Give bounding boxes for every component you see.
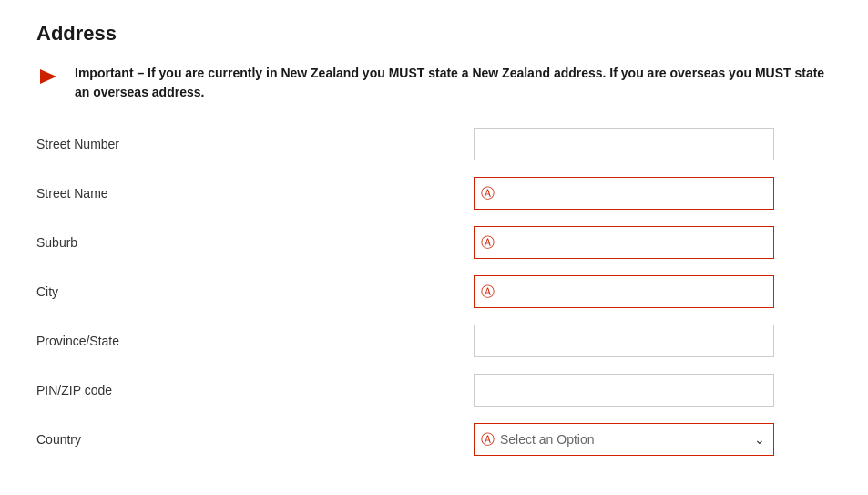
province-state-input[interactable] <box>474 325 774 357</box>
street-name-input[interactable] <box>474 177 774 210</box>
street-number-row: Street Number <box>36 128 832 160</box>
city-label: City <box>36 284 474 299</box>
city-row: CityⒶ <box>36 275 832 308</box>
province-state-field <box>474 325 774 357</box>
suburb-label: Suburb <box>36 235 474 250</box>
street-number-wrapper <box>474 128 774 160</box>
province-state-wrapper <box>474 325 774 357</box>
page-title: Address <box>36 22 832 46</box>
pin-zip-label: PIN/ZIP code <box>36 383 474 397</box>
country-field: Ⓐ Select an OptionNew ZealandAustraliaUn… <box>474 423 774 456</box>
city-input[interactable] <box>474 275 774 308</box>
important-banner: Important – If you are currently in New … <box>36 64 832 102</box>
city-wrapper: Ⓐ <box>474 275 774 308</box>
suburb-wrapper: Ⓐ <box>474 226 774 259</box>
svg-marker-0 <box>40 69 56 84</box>
pin-zip-field <box>474 374 774 407</box>
important-text: Important – If you are currently in New … <box>75 64 832 102</box>
address-form: Street NumberStreet NameⒶSuburbⒶCityⒶPro… <box>36 128 832 407</box>
province-state-label: Province/State <box>36 334 474 348</box>
province-state-row: Province/State <box>36 325 832 357</box>
country-select-wrapper: Ⓐ Select an OptionNew ZealandAustraliaUn… <box>474 423 774 456</box>
suburb-field: Ⓐ <box>474 226 774 259</box>
pin-zip-row: PIN/ZIP code <box>36 374 832 407</box>
city-field: Ⓐ <box>474 275 774 308</box>
pin-zip-input[interactable] <box>474 374 774 407</box>
street-name-wrapper: Ⓐ <box>474 177 774 210</box>
country-label: Country <box>36 432 474 447</box>
pin-zip-wrapper <box>474 374 774 407</box>
street-number-label: Street Number <box>36 137 474 151</box>
street-number-input[interactable] <box>474 128 774 160</box>
street-number-field <box>474 128 774 160</box>
country-select[interactable]: Select an OptionNew ZealandAustraliaUnit… <box>474 423 774 456</box>
country-row: Country Ⓐ Select an OptionNew ZealandAus… <box>36 423 832 456</box>
street-name-field: Ⓐ <box>474 177 774 210</box>
address-section: Address Important – If you are currently… <box>0 0 868 495</box>
street-name-row: Street NameⒶ <box>36 177 832 210</box>
suburb-row: SuburbⒶ <box>36 226 832 259</box>
suburb-input[interactable] <box>474 226 774 259</box>
flag-icon <box>36 66 62 91</box>
street-name-label: Street Name <box>36 186 474 201</box>
